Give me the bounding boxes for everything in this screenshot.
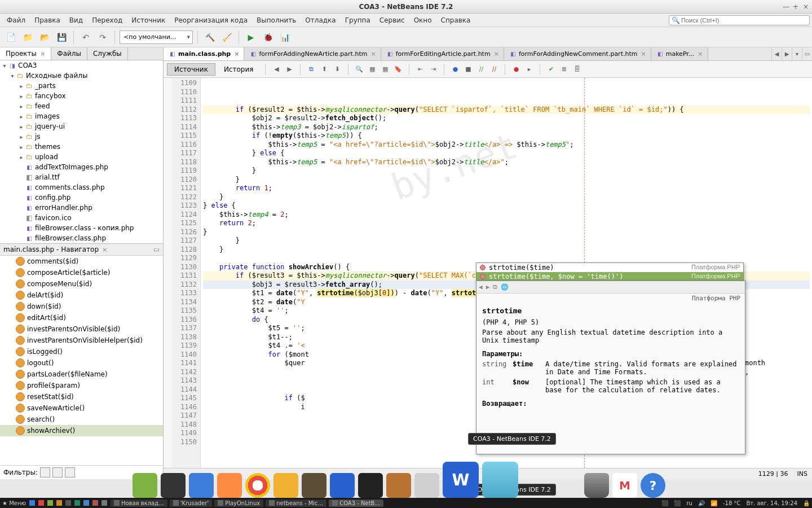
tree-file[interactable]: ◧favicon.ico [0, 213, 163, 223]
tray-volume-icon[interactable]: 🔊 [698, 500, 705, 506]
launcher-icon[interactable] [102, 500, 107, 506]
tree-folder[interactable]: ▸🗀fancybox [0, 91, 163, 101]
minimize-button[interactable]: — [783, 3, 789, 10]
back-button[interactable]: ◀ [271, 64, 282, 75]
code-editor[interactable]: 1109111011111112111311141115111611171118… [164, 78, 812, 468]
tab-nav-button[interactable]: ◀ [771, 47, 782, 60]
autocomplete-item[interactable]: strtotime($time) Платформа PHP [476, 263, 743, 272]
tree-file[interactable]: ◧arial.ttf [0, 172, 163, 182]
forward-button[interactable]: ▶ [284, 64, 295, 75]
redo-button[interactable]: ↷ [95, 30, 110, 45]
navigator-method[interactable]: comments($id) [0, 256, 163, 267]
close-icon[interactable]: × [40, 50, 45, 58]
editor-tab[interactable]: ◧formForEditingArticle.part.htm× [381, 47, 504, 60]
dock-icon[interactable] [414, 473, 439, 498]
tray-weather[interactable]: -18 °C [723, 500, 741, 506]
prev-occurrence-button[interactable]: ▦ [367, 64, 378, 75]
menu-debug[interactable]: Отладка [301, 15, 340, 26]
tab-services[interactable]: Службы [87, 47, 128, 60]
tray-lock-icon[interactable]: 🔒 [803, 500, 810, 506]
autocomplete-item[interactable]: strtotime($time, $now = 'time()') Платфо… [476, 272, 743, 281]
find-selection-button[interactable]: ⧉ [306, 64, 317, 75]
dock-trash-icon[interactable] [584, 473, 609, 498]
tab-files[interactable]: Файлы [51, 47, 87, 60]
next-bookmark-button[interactable]: ⬇ [332, 64, 343, 75]
toggle-bookmark-button[interactable]: 🔖 [392, 64, 404, 75]
dock-icon[interactable] [161, 473, 186, 498]
profile-button[interactable]: 📊 [277, 30, 292, 45]
next-occurrence-button[interactable]: ▦ [379, 64, 391, 75]
tab-nav-button[interactable]: ▶ [782, 47, 792, 60]
tree-file[interactable]: ◧fileBrowser.class.php [0, 233, 163, 243]
uncomment-button[interactable]: // [488, 64, 500, 75]
check-button[interactable]: ✔ [545, 64, 557, 75]
dock-word-big-icon[interactable]: W [443, 462, 479, 498]
navigator-method[interactable]: logout() [0, 357, 163, 369]
tree-folder[interactable]: ▸🗀jquery-ui [0, 121, 163, 132]
menu-refactor[interactable]: Реорганизация кода [170, 15, 252, 26]
navigator-method[interactable]: isLogged() [0, 346, 163, 357]
tree-folder[interactable]: ▸🗀upload [0, 152, 163, 162]
dock-icon[interactable] [273, 473, 298, 498]
tray-clock[interactable]: Вт. авг. 14, 19:24 [746, 500, 797, 506]
close-button[interactable]: × [803, 3, 810, 10]
dock-help-icon[interactable]: ? [641, 473, 665, 498]
editor-tab[interactable]: ◧formForAddingNewArticle.part.htm× [244, 47, 381, 60]
close-icon[interactable]: × [102, 246, 107, 253]
navigator-method[interactable]: showArchiev() [0, 425, 163, 436]
tray-network-icon[interactable]: 📶 [710, 500, 717, 506]
menu-view[interactable]: Вид [65, 15, 87, 26]
quick-search-input[interactable] [681, 17, 807, 24]
new-project-button[interactable]: 📁 [20, 30, 35, 45]
project-tree[interactable]: ▾◨COA3 ▾🗀Исходные файлы ▸🗀_parts▸🗀fancyb… [0, 60, 163, 244]
menu-source[interactable]: Источник [127, 15, 170, 26]
start-menu-button[interactable]: ★ Меню [2, 500, 26, 506]
navigator-method[interactable]: saveNewArticle() [0, 402, 163, 414]
menu-goto[interactable]: Переход [87, 15, 127, 26]
tree-folder[interactable]: ▸🗀js [0, 132, 163, 142]
launcher-icon[interactable] [56, 500, 62, 506]
navigator-method[interactable]: investParentsOnVisible($id) [0, 323, 163, 335]
navigator-list[interactable]: comments($id)composeArticle($article)com… [0, 256, 163, 465]
stop-macro-button[interactable]: ■ [462, 64, 474, 75]
editor-tab[interactable]: ◧makePr...× [651, 47, 708, 60]
tree-file[interactable]: ◧fileBrowser.class - копия.php [0, 223, 163, 233]
dock-gmail-icon[interactable]: M [612, 473, 637, 498]
dock-icon[interactable] [386, 473, 411, 498]
navigator-method[interactable]: editArt($id) [0, 312, 163, 323]
tree-folder[interactable]: ▸🗀feed [0, 101, 163, 111]
run-to-cursor-button[interactable]: ▸ [523, 64, 535, 75]
launcher-icon[interactable] [38, 500, 44, 506]
menu-edit[interactable]: Правка [30, 15, 65, 26]
launcher-icon[interactable] [65, 500, 71, 506]
navigator-method[interactable]: composeMenu($id) [0, 278, 163, 290]
tree-file[interactable]: ◧comments.class.php [0, 182, 163, 192]
dock-icon[interactable] [302, 473, 326, 498]
tree-folder[interactable]: ▸🗀_parts [0, 81, 163, 91]
quick-search[interactable]: 🔍 [669, 15, 810, 25]
doc-back-button[interactable]: ◀ [479, 283, 483, 291]
tab-nav-button[interactable]: ▾ [792, 47, 802, 60]
launcher-icon[interactable] [29, 500, 35, 506]
shift-right-button[interactable]: ⇥ [427, 64, 439, 75]
tree-folder[interactable]: ▸🗀images [0, 111, 163, 121]
tray-keyboard-layout[interactable]: ru [686, 500, 692, 506]
doc-forward-button[interactable]: ▶ [486, 283, 490, 291]
dock-icon[interactable] [217, 473, 242, 498]
taskbar-window-button[interactable]: COA3 - NetB... [329, 500, 383, 507]
build-button[interactable]: 🔨 [202, 30, 217, 45]
taskbar-window-button[interactable]: PlayOnLinux [214, 500, 263, 507]
dock-word-icon[interactable] [330, 473, 355, 498]
tray-icon[interactable]: ⬛ [674, 500, 681, 506]
clean-build-button[interactable]: 🧹 [219, 30, 234, 45]
dock-terminal-icon[interactable] [358, 473, 383, 498]
dock-netbeans-icon[interactable] [482, 462, 518, 498]
taskbar-window-button[interactable]: netbeans - Mic... [266, 500, 326, 507]
tree-file[interactable]: ◧config.php [0, 192, 163, 203]
editor-tab[interactable]: ◧main.class.php× [164, 47, 244, 60]
tree-file[interactable]: ◧addTextToImages.php [0, 162, 163, 172]
navigator-method[interactable]: delArt($id) [0, 290, 163, 301]
menu-run[interactable]: Выполнить [252, 15, 301, 26]
debug-button[interactable]: 🐞 [261, 30, 275, 45]
maximize-button[interactable]: + [793, 3, 800, 10]
